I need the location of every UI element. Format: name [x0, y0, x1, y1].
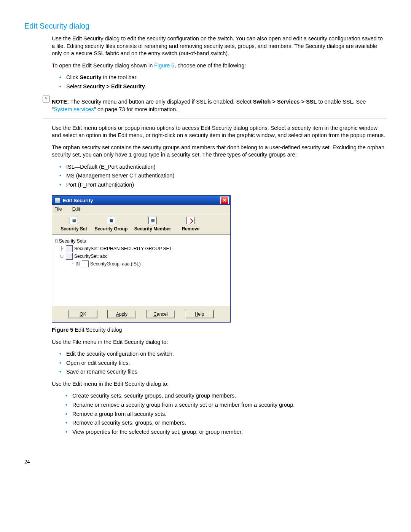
tool-remove[interactable]: Remove — [175, 217, 206, 232]
group-types-list: ISL—Default (E_Port authentication) MS (… — [52, 163, 387, 189]
expand-icon[interactable]: ⊟ — [59, 253, 64, 259]
list-item: Create security sets, security groups, a… — [65, 392, 387, 400]
text: To open the Edit Security dialog shown i… — [52, 62, 154, 69]
note-label: NOTE: — [52, 99, 69, 105]
list-item: ISL—Default (E_Port authentication) — [59, 163, 387, 171]
list-item: Remove a group from all security sets. — [65, 411, 387, 418]
tree-root[interactable]: ⊟ Security Sets — [54, 237, 229, 245]
security-member-icon: ▧ — [148, 217, 157, 224]
file-menu-intro: Use the File menu in the Edit Security d… — [52, 339, 387, 346]
open-options-list: Click Security in the tool bar. Select S… — [52, 74, 387, 90]
ok-button[interactable]: OK — [68, 310, 97, 318]
figure-title: Edit Security dialog — [73, 327, 122, 333]
tool-security-set[interactable]: ▤ Security Set — [55, 217, 92, 232]
security-group-icon — [82, 260, 89, 267]
tree-label: Security Sets — [59, 238, 86, 244]
tree-label: SecurityGroup: aaa (ISL) — [90, 261, 141, 267]
text: . — [145, 83, 147, 89]
section-heading: Edit Security dialog — [24, 21, 387, 31]
bold: Switch > Services > SSL — [253, 99, 317, 105]
tool-label: Security Set — [61, 226, 87, 232]
menu-file[interactable]: File — [54, 206, 66, 212]
file-menu-list: Edit the security configuration on the s… — [52, 350, 387, 376]
security-set-icon — [66, 253, 73, 260]
bold: Security > Edit Security — [83, 83, 145, 89]
list-item: Save or rename security files — [59, 368, 387, 376]
expand-icon[interactable]: ⊟ — [54, 238, 59, 244]
tree-label: SecuritySet: ORPHAN SECURITY GROUP SET — [74, 246, 172, 252]
tree-node[interactable]: ⊟ SecuritySet: abc — [54, 252, 229, 260]
figure-number: Figure 5 — [52, 327, 73, 333]
edit-security-dialog: Edit Security ✕ File Edit ▤ Security Set… — [52, 195, 231, 323]
remove-icon — [186, 217, 195, 224]
tree-view[interactable]: ⊟ Security Sets ├ SecuritySet: ORPHAN SE… — [52, 235, 230, 306]
dialog-title: Edit Security — [63, 197, 220, 204]
help-button[interactable]: Help — [185, 310, 214, 318]
divider — [43, 118, 387, 118]
list-item: Select Security > Edit Security. — [59, 83, 387, 91]
divider — [43, 95, 387, 95]
close-button[interactable]: ✕ — [220, 197, 229, 204]
text: Select — [66, 83, 83, 89]
list-item: Remove all security sets, groups, or mem… — [65, 419, 387, 427]
list-item: Edit the security configuration on the s… — [59, 350, 387, 358]
toolbar: ▤ Security Set ▦ Security Group ▧ Securi… — [52, 214, 230, 235]
orphan-paragraph: The orphan security set contains the sec… — [52, 144, 387, 159]
list-item: Click Security in the tool bar. — [59, 74, 387, 81]
key-icon: ⚿ — [75, 261, 80, 267]
tree-node[interactable]: ├ SecuritySet: ORPHAN SECURITY GROUP SET — [54, 245, 229, 252]
text: , choose one of the following: — [174, 62, 246, 69]
list-item: View properties for the selected securit… — [65, 428, 387, 436]
tool-label: Security Member — [134, 226, 171, 232]
tree-label: SecuritySet: abc — [74, 253, 107, 259]
menu-edit[interactable]: Edit — [72, 206, 85, 212]
app-icon — [54, 197, 61, 203]
edit-menu-intro: Use the Edit menu in the Edit Security d… — [52, 380, 387, 388]
tool-label: Remove — [182, 226, 200, 232]
note-icon: ✎ — [43, 96, 49, 102]
cancel-button[interactable]: Cancel — [146, 310, 175, 318]
edit-menu-list: Create security sets, security groups, a… — [52, 392, 387, 436]
intro-paragraph: Use the Edit Security dialog to edit the… — [52, 35, 387, 58]
security-group-icon: ▦ — [107, 217, 115, 224]
tool-security-group[interactable]: ▦ Security Group — [92, 217, 130, 232]
figure-caption: Figure 5 Edit Security dialog — [52, 326, 387, 334]
list-item: Rename or remove a security group from a… — [65, 401, 387, 409]
tool-security-member[interactable]: ▧ Security Member — [130, 217, 175, 232]
text: in the tool bar. — [102, 74, 138, 80]
security-set-icon: ▤ — [70, 217, 78, 224]
edit-menu-paragraph: Use the Edit menu options or popup menu … — [52, 125, 387, 139]
open-instruction: To open the Edit Security dialog shown i… — [52, 62, 387, 70]
system-services-link[interactable]: System services — [54, 106, 94, 112]
figure-link[interactable]: Figure 5 — [154, 62, 174, 69]
text: The Security menu and button are only di… — [70, 99, 253, 105]
list-item: MS (Management Server CT authentication) — [59, 172, 387, 180]
dialog-titlebar: Edit Security ✕ — [52, 196, 230, 205]
text: Click — [66, 74, 80, 80]
bold: Security — [80, 74, 101, 80]
tree-node[interactable]: └ ⚿ SecurityGroup: aaa (ISL) — [54, 260, 229, 268]
button-bar: OK Apply Cancel Help — [52, 306, 230, 322]
list-item: Open or edit security files. — [59, 359, 387, 367]
apply-button[interactable]: Apply — [107, 310, 136, 318]
text: " on page 73 for more information. — [94, 106, 178, 112]
menubar: File Edit — [52, 205, 230, 214]
note-paragraph: ✎ NOTE: The Security menu and button are… — [52, 98, 387, 113]
security-set-icon — [66, 245, 73, 252]
list-item: Port (F_Port authentication) — [59, 181, 387, 189]
tool-label: Security Group — [95, 226, 128, 232]
page-number: 24 — [24, 459, 387, 465]
